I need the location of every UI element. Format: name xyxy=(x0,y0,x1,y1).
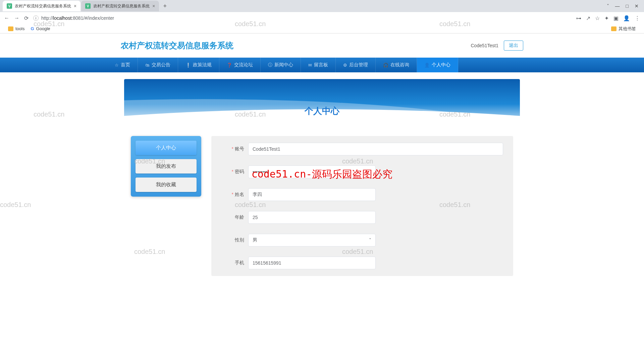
back-icon[interactable]: ← xyxy=(4,15,9,21)
nav-item-7[interactable]: 🎧在线咨询 xyxy=(376,58,417,72)
watermark: code51.cn xyxy=(0,201,31,209)
google-icon: G xyxy=(31,26,34,31)
vue-icon: V xyxy=(7,3,12,9)
name-input[interactable] xyxy=(248,188,376,201)
password-label: 密码 xyxy=(221,169,248,175)
main-nav: ☆首页🛍交易公告❕政策法规❓交流论坛ⓘ新闻中心✉留言板⚙后台管理🎧在线咨询👤个人… xyxy=(0,58,644,72)
phone-input[interactable] xyxy=(248,257,376,269)
bookmark-google[interactable]: G Google xyxy=(31,26,50,31)
nav-label: 留言板 xyxy=(314,62,328,68)
profile-form: 账号 密码 姓名 年龄 性别 男 xyxy=(211,136,513,276)
logout-button[interactable]: 退出 xyxy=(504,41,523,51)
window-maximize-icon[interactable]: □ xyxy=(626,3,629,9)
sidebar-item-0[interactable]: 个人中心 xyxy=(136,141,197,155)
window-dropdown-icon[interactable]: ˅ xyxy=(607,3,609,9)
page-banner: 个人中心 xyxy=(124,79,520,129)
sidepanel-icon[interactable]: ▣ xyxy=(613,15,619,21)
nav-icon: ✉ xyxy=(308,63,312,68)
nav-item-3[interactable]: ❓交流论坛 xyxy=(219,58,261,72)
age-input[interactable] xyxy=(248,211,376,224)
nav-label: 交易公告 xyxy=(152,62,170,68)
reload-icon[interactable]: ⟳ xyxy=(24,15,29,21)
browser-tab-0[interactable]: V 农村产权流转交易信息服务系统 × xyxy=(3,1,80,11)
nav-item-8[interactable]: 👤个人中心 xyxy=(417,58,458,72)
browser-nav-bar: ← → ⟳ i http://localhost:8081/#/index/ce… xyxy=(0,12,644,24)
nav-label: 交流论坛 xyxy=(234,62,253,68)
site-header: 农村产权流转交易信息服务系统 Code51Test1 退出 xyxy=(107,33,537,58)
new-tab-button[interactable]: + xyxy=(160,3,170,10)
browser-toolbar-right: ⊶ ↗ ☆ ✦ ▣ 👤 ⋮ xyxy=(576,15,640,21)
folder-icon xyxy=(611,26,616,31)
nav-item-6[interactable]: ⚙后台管理 xyxy=(336,58,376,72)
browser-chrome: V 农村产权流转交易信息服务系统 × V 农村产权流转交易信息服务系统 × + … xyxy=(0,0,644,33)
nav-item-4[interactable]: ⓘ新闻中心 xyxy=(261,58,301,72)
nav-item-0[interactable]: ☆首页 xyxy=(107,58,138,72)
nav-icon: 👤 xyxy=(424,63,430,68)
nav-icon: ⓘ xyxy=(268,62,272,68)
nav-label: 首页 xyxy=(121,62,130,68)
window-controls: ˅ — □ ✕ xyxy=(601,0,644,12)
nav-icon: 🎧 xyxy=(383,63,388,68)
nav-item-1[interactable]: 🛍交易公告 xyxy=(138,58,178,72)
menu-icon[interactable]: ⋮ xyxy=(635,15,640,21)
nav-icon: 🛍 xyxy=(145,63,150,68)
nav-label: 政策法规 xyxy=(193,62,212,68)
bookmark-other[interactable]: 其他书签 xyxy=(611,26,636,32)
browser-tab-1[interactable]: V 农村产权流转交易信息服务系统 × xyxy=(81,1,159,11)
sidebar-item-1[interactable]: 我的发布 xyxy=(136,159,197,174)
site-title: 农村产权流转交易信息服务系统 xyxy=(121,40,233,51)
nav-label: 新闻中心 xyxy=(274,62,293,68)
chevron-down-icon: ˅ xyxy=(369,237,371,243)
account-label: 账号 xyxy=(221,146,248,152)
bookmark-tools[interactable]: tools xyxy=(8,26,24,31)
bookmark-bar: tools G Google 其他书签 xyxy=(0,24,644,33)
tab-close-icon[interactable]: × xyxy=(74,3,76,9)
nav-icon: ❕ xyxy=(185,63,191,68)
watermark: code51.cn xyxy=(34,111,64,118)
nav-icon: ❓ xyxy=(227,63,232,68)
page-content: 农村产权流转交易信息服务系统 Code51Test1 退出 ☆首页🛍交易公告❕政… xyxy=(0,33,644,345)
nav-item-5[interactable]: ✉留言板 xyxy=(301,58,336,72)
watermark-overlay: code51.cn-源码乐园盗图必究 xyxy=(252,167,393,181)
tab-title: 农村产权流转交易信息服务系统 xyxy=(15,3,71,9)
nav-label: 后台管理 xyxy=(349,62,368,68)
tab-bar: V 农村产权流转交易信息服务系统 × V 农村产权流转交易信息服务系统 × + … xyxy=(0,0,644,12)
nav-icon: ⚙ xyxy=(343,63,347,68)
extensions-icon[interactable]: ✦ xyxy=(604,15,609,21)
phone-label: 手机 xyxy=(221,260,248,266)
key-icon[interactable]: ⊶ xyxy=(576,15,581,21)
name-label: 姓名 xyxy=(221,192,248,198)
forward-icon[interactable]: → xyxy=(14,15,19,21)
tab-close-icon[interactable]: × xyxy=(152,3,155,9)
site-info-icon[interactable]: i xyxy=(33,15,39,21)
sidebar-item-2[interactable]: 我的收藏 xyxy=(136,178,197,192)
nav-item-2[interactable]: ❕政策法规 xyxy=(178,58,219,72)
window-close-icon[interactable]: ✕ xyxy=(635,3,639,9)
vue-icon: V xyxy=(85,3,91,9)
profile-icon[interactable]: 👤 xyxy=(623,15,630,21)
url-bar[interactable]: i http://localhost:8081/#/index/center xyxy=(33,15,571,21)
gender-select[interactable]: 男 ˅ xyxy=(248,234,376,247)
folder-icon xyxy=(8,26,13,31)
username-display: Code51Test1 xyxy=(471,43,498,48)
tab-title: 农村产权流转交易信息服务系统 xyxy=(93,3,150,9)
bookmark-star-icon[interactable]: ☆ xyxy=(595,15,600,21)
sidebar: 个人中心我的发布我的收藏 xyxy=(131,136,201,197)
age-label: 年龄 xyxy=(221,214,248,220)
window-minimize-icon[interactable]: — xyxy=(615,3,620,9)
share-icon[interactable]: ↗ xyxy=(586,15,590,21)
nav-label: 个人中心 xyxy=(432,62,450,68)
banner-title: 个人中心 xyxy=(305,105,339,117)
nav-label: 在线咨询 xyxy=(390,62,409,68)
gender-label: 性别 xyxy=(221,237,248,243)
account-input[interactable] xyxy=(248,143,503,155)
nav-icon: ☆ xyxy=(115,63,119,68)
